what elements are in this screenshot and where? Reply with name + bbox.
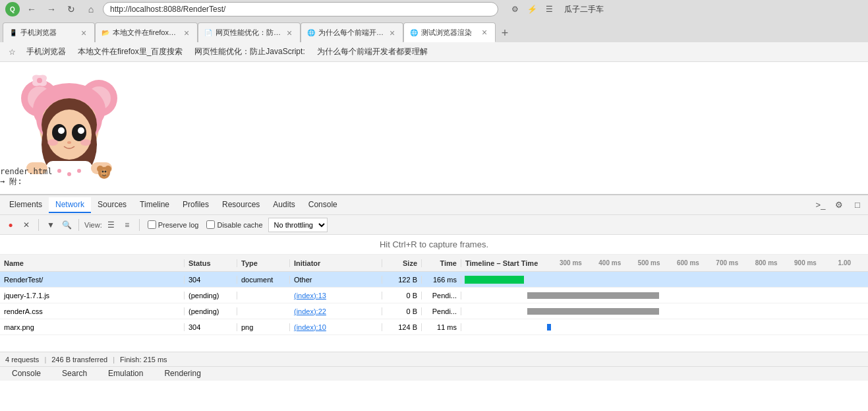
svg-rect-22 [46,161,92,194]
status-sep-2: | [113,356,115,364]
tab-label-4: 测试浏览器渲染 [421,28,472,38]
bookmark-2[interactable]: 网页性能优化：防止JavaScript: [190,45,308,59]
dt-tab-network[interactable]: Network [49,197,91,213]
refresh-button[interactable]: ↻ [63,1,79,17]
row-initiator-3: (index):10 [290,323,382,331]
console-tab[interactable]: Console [5,366,47,382]
home-button[interactable]: ⌂ [83,1,99,17]
tl-bar-green-0 [465,276,524,284]
dt-tab-resources[interactable]: Resources [216,197,266,213]
svg-point-32 [102,171,104,173]
capture-message: Hit Ctrl+R to capture frames. [0,235,868,255]
tab-close-2[interactable]: × [284,28,295,38]
svg-point-17 [61,129,64,132]
row-status-1: (pending) [185,292,237,300]
tab-frontend[interactable]: 🌐 为什么每个前端开发者都要理解 × [301,22,403,42]
bookmark-star-button[interactable]: ☆ [5,46,18,59]
console-prompt-icon[interactable]: >_ [813,197,828,213]
tab-close-1[interactable]: × [181,28,192,38]
svg-point-33 [105,171,107,173]
capture-text: Hit Ctrl+R to capture frames. [380,239,488,249]
browser-logo: Q [5,2,20,16]
row-time-0: 166 ms [422,276,461,284]
page-text-label: render.html [0,167,52,176]
row-size-2: 0 B [382,307,422,315]
view-list-icon[interactable]: ☰ [105,218,118,232]
row-timeline-2 [461,303,868,319]
initiator-link-2[interactable]: (index):22 [294,307,326,315]
dock-icon[interactable]: □ [850,197,865,213]
bookmark-mobile[interactable]: 手机浏览器 [22,45,70,59]
table-row[interactable]: RenderTest/ 304 document Other 122 B 166… [0,272,868,288]
disable-cache-checkbox-label[interactable]: Disable cache [206,220,262,229]
tab-close-0[interactable]: × [78,28,89,38]
dt-tab-timeline[interactable]: Timeline [133,197,176,213]
preserve-log-label: Preserve log [158,221,199,229]
filter-button[interactable]: ▼ [44,218,57,232]
dt-tab-profiles[interactable]: Profiles [176,197,216,213]
table-row[interactable]: marx.png 304 png (index):10 124 B 11 ms [0,319,868,335]
col-header-status: Status [185,259,237,267]
tab-close-3[interactable]: × [387,28,397,38]
back-button[interactable]: ← [24,1,40,17]
toolbar-sep-1 [38,219,39,231]
bookmark-1[interactable]: 本地文件在firefox里_百度搜索 [74,45,187,59]
throttle-select[interactable]: No throttling GPRS Regular 2G Good 2G Re… [268,218,328,232]
svg-point-18 [80,129,84,132]
tab-label-2: 网页性能优化：防止JavaScript: [216,28,281,38]
dt-tab-audits[interactable]: Audits [266,197,301,213]
dt-tab-elements[interactable]: Elements [3,197,49,213]
settings-icon[interactable]: ⚙ [831,197,847,213]
tab-render-test[interactable]: 🌐 测试浏览器渲染 × [403,22,496,42]
tab-label-0: 手机浏览器 [20,28,57,38]
row-name-1: jquery-1.7.1.js [0,292,185,300]
row-initiator-0: Other [290,276,382,284]
row-name-3: marx.png [0,323,185,331]
table-row[interactable]: renderA.css (pending) (index):22 0 B Pen… [0,303,868,319]
new-tab-button[interactable]: + [496,24,514,42]
dt-tab-sources[interactable]: Sources [91,197,133,213]
view-grid-icon[interactable]: ≡ [121,218,134,232]
initiator-link-1[interactable]: (index):13 [294,292,326,300]
row-type-3: png [237,323,290,331]
table-row[interactable]: jquery-1.7.1.js (pending) (index):13 0 B… [0,288,868,303]
tab-perf[interactable]: 📄 网页性能优化：防止JavaScript: × [198,22,301,42]
row-status-2: (pending) [185,307,237,315]
tab-mobile-browser[interactable]: 📱 手机浏览器 × [3,22,95,42]
timeline-header-labels: 300 ms 400 ms 500 ms 600 ms 700 ms 800 m… [551,259,864,267]
clear-button[interactable]: ✕ [20,218,33,232]
record-button[interactable]: ● [4,218,17,232]
rendering-tab[interactable]: Rendering [158,366,207,382]
content-area: render.html → 附: [0,62,868,194]
address-bar[interactable]: http://localhost:8088/RenderTest/ [103,2,498,16]
emulation-tab[interactable]: Emulation [101,366,150,382]
initiator-link-3[interactable]: (index):10 [294,323,326,331]
row-size-1: 0 B [382,292,422,300]
preserve-log-checkbox-label[interactable]: Preserve log [148,220,199,229]
svg-point-24 [67,172,71,176]
svg-point-31 [101,170,107,176]
devtools-status-bar: 4 requests | 246 B transferred | Finish:… [0,352,868,366]
menu-icon[interactable]: ☰ [542,2,556,16]
search-tab[interactable]: Search [55,366,94,382]
preserve-log-checkbox[interactable] [148,220,156,229]
col-header-name: Name [0,259,185,267]
extensions-icon[interactable]: ⚙ [507,2,522,16]
row-name-0: RenderTest/ [0,276,185,284]
bookmark-3[interactable]: 为什么每个前端开发者都要理解 [313,45,432,59]
forward-button[interactable]: → [43,1,59,17]
lightning-icon[interactable]: ⚡ [525,2,539,16]
table-header: Name Status Type Initiator Size Time Tim… [0,255,868,272]
devtools-tabs-bar: Elements Network Sources Timeline Profil… [0,195,868,215]
row-size-0: 122 B [382,276,422,284]
row-type-0: document [237,276,290,284]
svg-point-20 [47,139,58,146]
view-label: View: [84,221,102,229]
disable-cache-checkbox[interactable] [206,220,215,229]
tab-local-file[interactable]: 📂 本地文件在firefox里_百度搜索 × [95,22,198,42]
tab-close-4[interactable]: × [479,27,490,38]
search-button[interactable]: 🔍 [60,218,73,232]
row-initiator-2: (index):22 [290,307,382,315]
row-time-1: Pendi... [422,292,461,300]
dt-tab-console[interactable]: Console [302,197,344,213]
